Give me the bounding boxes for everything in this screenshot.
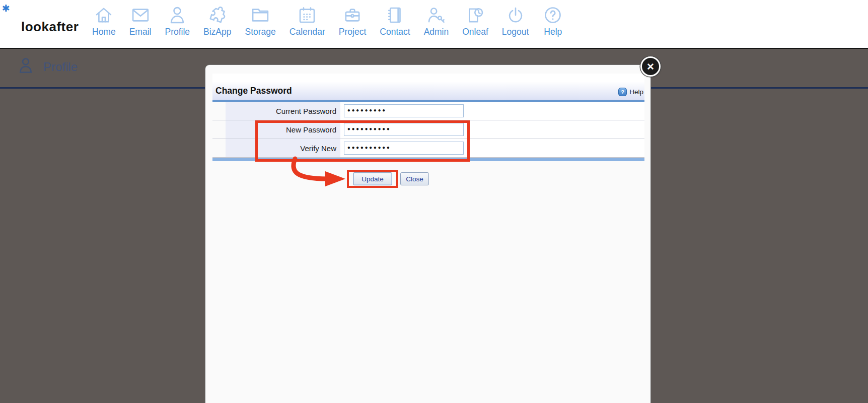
briefcase-icon [342, 5, 363, 26]
current-password-field[interactable] [344, 104, 464, 117]
page-title: Profile [43, 60, 78, 74]
nav-item-admin[interactable]: Admin [424, 5, 449, 37]
power-icon [505, 5, 526, 26]
help-icon: ? [618, 88, 627, 96]
row-current-password: Current Password [212, 102, 644, 120]
nav-item-profile[interactable]: Profile [165, 5, 190, 37]
nav-label: Help [544, 27, 562, 37]
current-password-label: Current Password [226, 102, 340, 120]
dialog-title: Change Password [215, 86, 292, 96]
nav-label: Profile [165, 27, 190, 37]
nav-item-bizapp[interactable]: BizApp [203, 5, 231, 37]
nav-label: Storage [245, 27, 276, 37]
address-book-icon [384, 5, 405, 26]
nav-item-logout[interactable]: Logout [502, 5, 529, 37]
nav-item-contact[interactable]: Contact [380, 5, 410, 37]
row-verify-new: Verify New [212, 139, 644, 158]
nav-item-storage[interactable]: Storage [245, 5, 276, 37]
nav-item-email[interactable]: Email [129, 5, 152, 37]
app-logo[interactable]: lookafter [21, 19, 79, 35]
nav-item-onleaf[interactable]: Onleaf [462, 5, 488, 37]
nav-items: Home Email Profile BizApp [92, 5, 563, 37]
user-key-icon [425, 5, 447, 26]
nav-item-home[interactable]: Home [92, 5, 116, 37]
dialog-header: Change Password ? Help [212, 74, 644, 100]
dialog-close-icon[interactable]: ✕ [640, 56, 661, 77]
document-clock-icon [465, 5, 486, 26]
new-password-label: New Password [226, 120, 340, 139]
row-new-password: New Password [212, 120, 644, 139]
blue-asterisk-icon: ✱ [2, 3, 10, 14]
person-icon [16, 56, 35, 75]
nav-label: Onleaf [462, 27, 488, 37]
question-circle-icon [542, 5, 563, 26]
screen: ✱ lookafter Home Email Profile [0, 0, 868, 403]
help-link[interactable]: ? Help [618, 88, 643, 96]
verify-new-field[interactable] [344, 142, 464, 155]
nav-label: Contact [380, 27, 410, 37]
nav-label: Email [129, 27, 152, 37]
nav-label: Admin [424, 27, 449, 37]
nav-label: Home [92, 27, 116, 37]
person-icon [167, 5, 188, 26]
nav-label: Calendar [290, 27, 325, 37]
help-label: Help [629, 88, 643, 96]
password-form: Current Password New Password Verify New [212, 102, 644, 158]
nav-item-calendar[interactable]: Calendar [290, 5, 325, 37]
nav-label: BizApp [203, 27, 231, 37]
nav-label: Logout [502, 27, 529, 37]
nav-label: Project [339, 27, 366, 37]
calendar-icon [297, 5, 318, 26]
close-button[interactable]: Close [400, 172, 429, 185]
update-button[interactable]: Update [353, 172, 392, 185]
nav-item-project[interactable]: Project [339, 5, 366, 37]
verify-new-label: Verify New [226, 139, 340, 157]
form-bottom-divider [212, 158, 644, 161]
folder-icon [250, 5, 271, 26]
home-icon [93, 5, 114, 26]
top-navigation-bar: ✱ lookafter Home Email Profile [0, 0, 868, 49]
new-password-field[interactable] [344, 123, 464, 136]
puzzle-icon [207, 5, 228, 26]
nav-item-help[interactable]: Help [542, 5, 563, 37]
email-icon [130, 5, 151, 26]
change-password-dialog: Change Password ? Help Current Password … [205, 64, 651, 403]
